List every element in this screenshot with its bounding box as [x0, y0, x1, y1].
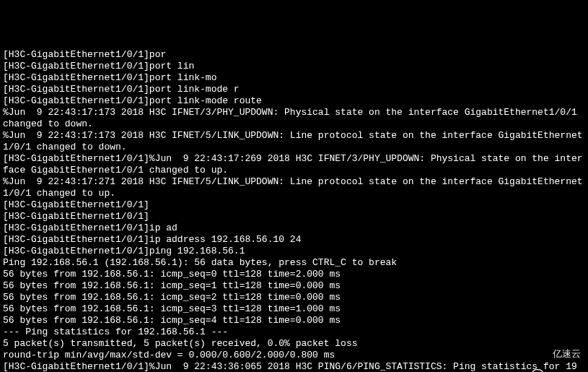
terminal-line: [H3C-GigabitEthernet1/0/1]%Jun 9 22:43:1… — [3, 153, 585, 176]
terminal-line: Ping 192.168.56.1 (192.168.56.1): 56 dat… — [3, 257, 585, 269]
terminal-line: %Jun 9 22:43:17:173 2018 H3C IFNET/3/PHY… — [3, 107, 585, 130]
terminal-line: [H3C-GigabitEthernet1/0/1]ip address 192… — [3, 234, 585, 246]
terminal-line: [H3C-GigabitEthernet1/0/1]port link-mode… — [3, 95, 585, 107]
terminal-line: [H3C-GigabitEthernet1/0/1]ip ad — [3, 222, 585, 234]
terminal-line: [H3C-GigabitEthernet1/0/1]port lin — [3, 61, 585, 72]
terminal-line: 5 packet(s) transmitted, 5 packet(s) rec… — [3, 338, 585, 350]
terminal-line: [H3C-GigabitEthernet1/0/1]ping 192.168.5… — [3, 246, 585, 257]
terminal-line: [H3C-GigabitEthernet1/0/1] — [3, 199, 585, 211]
terminal-line: %Jun 9 22:43:17:173 2018 H3C IFNET/5/LIN… — [3, 130, 585, 153]
terminal-line: [H3C-GigabitEthernet1/0/1] — [3, 211, 585, 222]
terminal-line: 56 bytes from 192.168.56.1: icmp_seq=0 t… — [3, 269, 585, 280]
terminal-line: %Jun 9 22:43:17:271 2018 H3C IFNET/5/LIN… — [3, 176, 585, 199]
terminal-line: [H3C-GigabitEthernet1/0/1]%Jun 9 22:43:3… — [3, 361, 585, 372]
watermark-text: 亿速云 — [553, 348, 581, 360]
terminal-line: 56 bytes from 192.168.56.1: icmp_seq=1 t… — [3, 280, 585, 292]
terminal-line: 56 bytes from 192.168.56.1: icmp_seq=4 t… — [3, 315, 585, 326]
terminal-output[interactable]: [H3C-GigabitEthernet1/0/1]por[H3C-Gigabi… — [3, 49, 585, 372]
terminal-line: [H3C-GigabitEthernet1/0/1]port link-mode… — [3, 84, 585, 95]
terminal-line: --- Ping statistics for 192.168.56.1 --- — [3, 326, 585, 338]
terminal-line: [H3C-GigabitEthernet1/0/1]por — [3, 49, 585, 61]
watermark: 亿速云 — [527, 346, 581, 362]
terminal-line: 56 bytes from 192.168.56.1: icmp_seq=3 t… — [3, 303, 585, 315]
terminal-line: [H3C-GigabitEthernet1/0/1]port link-mo — [3, 72, 585, 84]
cloud-icon — [527, 346, 550, 362]
terminal-line: 56 bytes from 192.168.56.1: icmp_seq=2 t… — [3, 292, 585, 303]
terminal-line: round-trip min/avg/max/std-dev = 0.000/0… — [3, 350, 585, 361]
